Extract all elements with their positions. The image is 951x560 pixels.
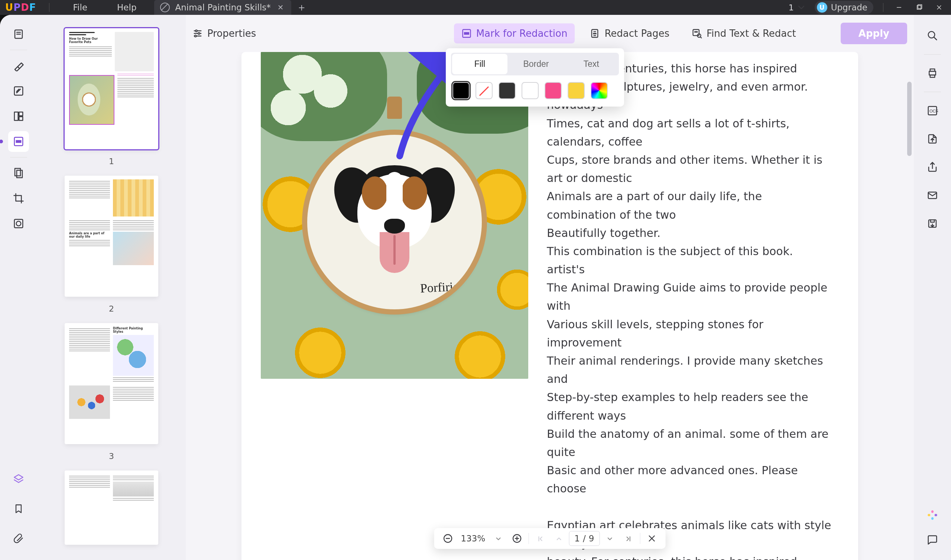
mark-for-redaction-button[interactable]: Mark for Redaction: [454, 23, 575, 43]
total-pages: 9: [589, 534, 594, 543]
svg-rect-14: [15, 169, 20, 176]
swatch-yellow[interactable]: [568, 82, 585, 99]
scrollbar[interactable]: [907, 82, 912, 156]
ai-assistant-icon[interactable]: [926, 509, 939, 522]
tab-text[interactable]: Text: [563, 53, 619, 75]
notifications-counter[interactable]: 1: [789, 2, 806, 12]
swatch-custom[interactable]: [591, 82, 608, 99]
tool-organize[interactable]: [8, 163, 29, 183]
svg-point-20: [195, 30, 197, 32]
popover-tabs: Fill Border Text: [451, 53, 619, 75]
tool-attachment[interactable]: [8, 528, 29, 549]
page-number-box[interactable]: 1 / 9: [569, 531, 600, 546]
window-maximize-button[interactable]: [913, 2, 925, 13]
tool-edit-text[interactable]: [8, 81, 29, 102]
svg-rect-11: [19, 117, 23, 120]
next-page-button[interactable]: [601, 530, 618, 547]
tool-comments[interactable]: [922, 529, 943, 550]
page-scroll[interactable]: Porfirio beauty. For centuries, this hor…: [186, 52, 914, 560]
window-minimize-button[interactable]: [893, 2, 905, 13]
find-label: Find Text & Redact: [706, 28, 796, 39]
page1-body[interactable]: beauty. For centuries, this horse has in…: [543, 52, 858, 560]
swatch-darkgray[interactable]: [499, 82, 516, 99]
close-controls-button[interactable]: [643, 530, 660, 547]
tool-reader[interactable]: [8, 24, 29, 45]
find-icon: [692, 28, 702, 38]
properties-popover: Fill Border Text: [446, 48, 624, 106]
svg-rect-16: [14, 220, 23, 228]
svg-rect-10: [19, 112, 23, 116]
svg-rect-9: [14, 112, 18, 121]
swatch-white[interactable]: [522, 82, 539, 99]
new-tab-button[interactable]: ＋: [295, 1, 308, 14]
zoom-dropdown[interactable]: [489, 530, 507, 547]
svg-rect-26: [464, 32, 469, 35]
hero-signature: Porfirio: [420, 279, 460, 295]
svg-point-24: [195, 35, 197, 37]
swatch-black[interactable]: [452, 82, 469, 99]
mark-label: Mark for Redaction: [476, 28, 568, 39]
tool-redact[interactable]: [8, 131, 29, 152]
page-thumbnail-4[interactable]: [65, 471, 158, 545]
redact-toolbar: Properties Mark for Redaction Redact Pag…: [186, 15, 914, 52]
first-page-button[interactable]: [532, 530, 549, 547]
page-1: Porfirio beauty. For centuries, this hor…: [242, 52, 858, 560]
prev-page-button[interactable]: [550, 530, 567, 547]
tool-crop[interactable]: [8, 188, 29, 209]
svg-point-17: [16, 222, 21, 226]
tool-share[interactable]: [922, 157, 943, 177]
svg-rect-13: [16, 140, 22, 143]
swatch-none[interactable]: [476, 82, 492, 99]
svg-marker-18: [14, 475, 23, 480]
upgrade-label: Upgrade: [831, 3, 868, 12]
tool-ocr[interactable]: OCR: [922, 100, 943, 121]
color-swatches: [446, 79, 624, 106]
tab-fill[interactable]: Fill: [452, 54, 508, 74]
page-thumbnail-3[interactable]: Different Painting Styles: [65, 323, 158, 444]
thumbnail-label-3: 3: [109, 452, 114, 461]
tool-print[interactable]: [922, 63, 943, 83]
tool-compare[interactable]: [8, 213, 29, 234]
tool-layers[interactable]: [8, 469, 29, 489]
page-thumbnail-2[interactable]: Animals are a part of our daily life: [65, 175, 158, 297]
zoom-value: 133%: [458, 534, 488, 543]
tool-page-layout[interactable]: [8, 106, 29, 127]
sliders-icon: [192, 28, 203, 38]
pages-icon: [589, 28, 600, 38]
window-close-button[interactable]: [933, 2, 945, 13]
tool-highlight[interactable]: [8, 55, 29, 76]
tool-search[interactable]: [922, 25, 943, 46]
tab-border[interactable]: Border: [509, 53, 564, 75]
zoom-in-button[interactable]: [508, 530, 525, 547]
swatch-pink[interactable]: [545, 82, 562, 99]
svg-rect-46: [929, 71, 936, 75]
upgrade-button[interactable]: U Upgrade: [815, 1, 873, 14]
svg-point-22: [198, 33, 200, 35]
svg-rect-15: [17, 171, 22, 178]
thumbnail-panel: How to Draw Our Favorite Pets 1: [37, 15, 186, 560]
tool-bookmark[interactable]: [8, 498, 29, 519]
svg-rect-31: [693, 30, 699, 35]
tool-export[interactable]: [922, 128, 943, 149]
redact-pages-button[interactable]: Redact Pages: [582, 23, 677, 43]
properties-label: Properties: [207, 28, 256, 39]
menu-file[interactable]: File: [58, 3, 103, 12]
chevron-down-icon: [796, 2, 806, 12]
page-thumbnail-1[interactable]: How to Draw Our Favorite Pets: [65, 28, 158, 149]
tool-save-as[interactable]: [922, 213, 943, 234]
tool-email[interactable]: [922, 185, 943, 206]
svg-rect-32: [694, 31, 698, 33]
apply-button[interactable]: Apply: [841, 23, 907, 44]
find-redact-button[interactable]: Find Text & Redact: [684, 23, 803, 43]
current-page: 1: [574, 534, 580, 543]
app-logo: UPDF: [2, 2, 40, 13]
menu-help[interactable]: Help: [102, 3, 151, 12]
close-tab-button[interactable]: ✕: [276, 3, 285, 12]
last-page-button[interactable]: [620, 530, 637, 547]
tab-title: Animal Painting Skills*: [175, 3, 271, 12]
thumbnail-label-1: 1: [109, 157, 114, 166]
zoom-out-button[interactable]: [440, 530, 457, 547]
document-tab[interactable]: Animal Painting Skills* ✕: [154, 0, 291, 15]
titlebar: UPDF File Help Animal Painting Skills* ✕…: [0, 0, 951, 15]
properties-button[interactable]: Properties: [192, 23, 263, 43]
